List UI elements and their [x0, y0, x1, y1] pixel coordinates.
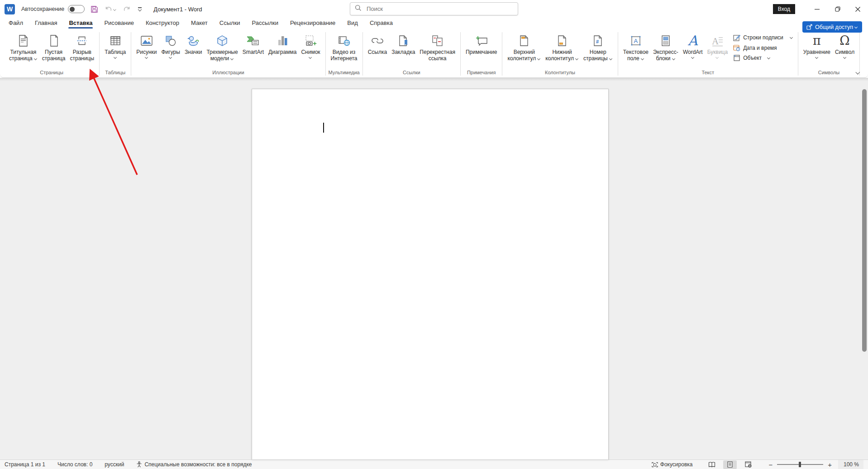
dropdown-chevron-icon: [145, 56, 148, 59]
search-box[interactable]: [350, 2, 518, 15]
autosave-label: Автосохранение: [21, 6, 64, 12]
bookmark-button[interactable]: Закладка: [389, 31, 417, 55]
symbol-button[interactable]: Ω Символ: [833, 31, 857, 59]
link-icon: [371, 33, 384, 48]
zoom-in-button[interactable]: +: [825, 461, 835, 469]
save-icon[interactable]: [87, 2, 101, 16]
read-mode-button[interactable]: [705, 460, 719, 469]
sign-in-button[interactable]: Вход: [773, 4, 795, 14]
3d-models-button[interactable]: Трехмерныемодели: [204, 31, 240, 62]
chart-icon: [277, 33, 288, 48]
blank-page-button[interactable]: Пустаястраница: [40, 31, 68, 62]
online-video-icon: [337, 33, 351, 48]
search-input[interactable]: [366, 5, 513, 13]
autosave-toggle[interactable]: [68, 5, 85, 13]
quick-parts-button[interactable]: Экспресс-блоки: [651, 31, 681, 62]
dropdown-chevron-icon: [672, 57, 676, 60]
page-indicator[interactable]: Страница 1 из 1: [5, 461, 45, 468]
close-button[interactable]: [848, 0, 868, 18]
dropdown-chevron-icon: [309, 56, 312, 59]
ribbon-tab-row: Файл Главная Вставка Рисование Конструкт…: [0, 18, 868, 29]
table-button[interactable]: Таблица: [102, 31, 128, 59]
signature-line-button[interactable]: Строки подписи: [733, 34, 793, 41]
wordart-button[interactable]: A WordArt: [681, 31, 705, 59]
cross-reference-button[interactable]: Перекрестнаяссылка: [417, 31, 458, 62]
word-count[interactable]: Число слов: 0: [57, 461, 92, 468]
tab-help[interactable]: Справка: [364, 19, 399, 29]
collapse-ribbon-button[interactable]: [854, 67, 860, 76]
comment-button[interactable]: Примечание: [463, 31, 499, 55]
chart-button[interactable]: Диаграмма: [266, 31, 299, 55]
tab-layout[interactable]: Макет: [185, 19, 214, 29]
group-separator: [131, 32, 131, 76]
cover-page-button[interactable]: Титульнаястраница: [7, 31, 40, 62]
document-page[interactable]: [252, 89, 609, 459]
tab-draw[interactable]: Рисование: [98, 19, 139, 29]
tab-home[interactable]: Главная: [29, 19, 63, 29]
group-comments: Примечание Примечания: [462, 31, 501, 77]
group-label-tables: Таблицы: [102, 69, 128, 77]
tab-view[interactable]: Вид: [341, 19, 364, 29]
focus-mode-button[interactable]: Фокусировка: [652, 461, 693, 468]
customize-toolbar-icon[interactable]: [138, 7, 142, 10]
tab-references[interactable]: Ссылки: [214, 19, 246, 29]
shapes-button[interactable]: Фигуры: [159, 31, 182, 59]
signature-line-icon: [733, 34, 741, 41]
link-button[interactable]: Ссылка: [366, 31, 389, 55]
cover-page-icon: [17, 33, 29, 48]
pictures-button[interactable]: Рисунки: [134, 31, 159, 59]
accessibility-icon: [136, 461, 142, 468]
dropdown-chevron-icon: [34, 57, 38, 60]
header-icon: [518, 33, 530, 48]
redo-icon: [120, 2, 134, 16]
date-time-icon: [733, 44, 741, 52]
dropdown-chevron-icon: [230, 57, 234, 60]
vertical-scrollbar[interactable]: [862, 89, 867, 352]
dropdown-chevron-icon: [815, 56, 819, 59]
dropdown-chevron-icon: [767, 57, 771, 59]
web-layout-button[interactable]: [741, 460, 755, 469]
print-layout-button[interactable]: [723, 460, 737, 469]
minimize-button[interactable]: [807, 0, 827, 18]
accessibility-status[interactable]: Специальные возможности: все в порядке: [136, 461, 252, 468]
object-button[interactable]: Объект: [733, 54, 793, 62]
equation-button[interactable]: π Уравнение: [801, 31, 833, 59]
tab-file[interactable]: Файл: [3, 19, 29, 29]
page-number-button[interactable]: # Номерстраницы: [581, 31, 615, 62]
group-header-footer: Верхнийколонтитул Нижнийколонтитул # Ном…: [504, 31, 616, 77]
footer-icon: [556, 33, 568, 48]
group-separator: [502, 32, 502, 76]
zoom-percentage[interactable]: 100 %: [838, 460, 863, 469]
text-box-button[interactable]: A Текстовоеполе: [621, 31, 651, 62]
header-button[interactable]: Верхнийколонтитул: [505, 31, 543, 62]
blank-page-icon: [48, 33, 60, 48]
online-video-button[interactable]: Видео изИнтернета: [329, 31, 360, 62]
date-time-button[interactable]: Дата и время: [733, 44, 793, 52]
status-bar: Страница 1 из 1 Число слов: 0 русский Сп…: [0, 459, 868, 469]
tab-design[interactable]: Конструктор: [140, 19, 185, 29]
pictures-icon: [140, 33, 153, 48]
page-number-icon: #: [592, 33, 604, 48]
bookmark-icon: [397, 33, 409, 48]
icons-button[interactable]: Значки: [182, 31, 205, 55]
tab-mailings[interactable]: Рассылки: [246, 19, 284, 29]
zoom-slider[interactable]: [777, 464, 823, 464]
zoom-out-button[interactable]: −: [766, 461, 775, 469]
smartart-button[interactable]: SmartArt: [240, 31, 266, 55]
page-break-button[interactable]: Разрывстраницы: [67, 31, 96, 62]
screenshot-button[interactable]: Снимок: [299, 31, 322, 59]
zoom-slider-thumb[interactable]: [799, 462, 801, 467]
tab-insert[interactable]: Вставка: [63, 19, 98, 29]
group-separator: [798, 32, 798, 76]
restore-button[interactable]: [827, 0, 848, 18]
language-indicator[interactable]: русский: [105, 461, 124, 468]
group-symbols: π Уравнение Ω Символ Символы: [800, 31, 858, 77]
search-icon: [355, 5, 362, 13]
wordart-icon: A: [687, 33, 699, 48]
footer-button[interactable]: Нижнийколонтитул: [543, 31, 581, 62]
text-cursor: [323, 123, 324, 133]
tab-review[interactable]: Рецензирование: [284, 19, 341, 29]
title-bar: W Автосохранение Документ1 - Word Вход: [0, 0, 868, 18]
share-button[interactable]: Общий доступ: [802, 21, 862, 33]
3d-models-icon: [216, 33, 229, 48]
